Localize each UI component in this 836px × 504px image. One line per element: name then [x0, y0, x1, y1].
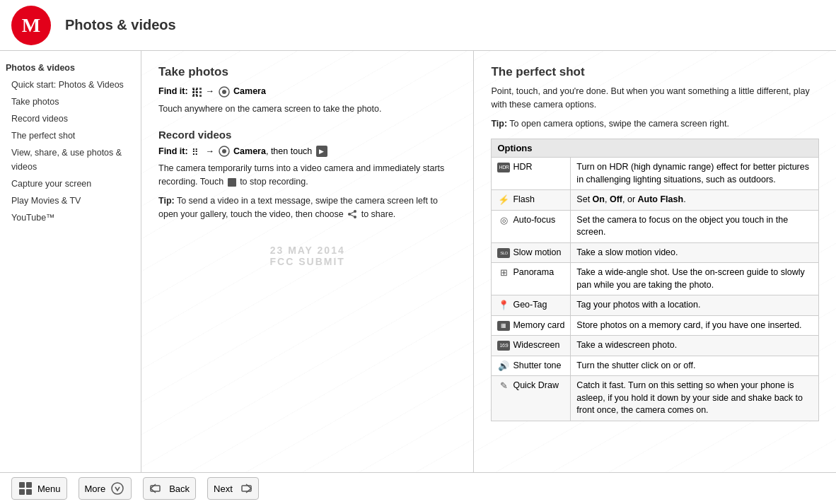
option-name-memorycard: ▦ Memory card [492, 315, 571, 336]
slowmotion-icon: SLO [497, 248, 510, 258]
take-photos-findit: Find it: ⠿ → Camera [158, 85, 456, 98]
hdr-icon: HDR [497, 163, 510, 172]
options-header: Options [492, 139, 819, 158]
camera-label-1: Camera [233, 86, 266, 96]
panorama-label: Panorama [513, 266, 554, 279]
svg-line-7 [349, 211, 355, 214]
table-row: ⚡ Flash Set On, Off, or Auto Flash. [492, 190, 819, 211]
motorola-logo: M [11, 6, 51, 45]
back-label: Back [169, 484, 190, 494]
watermark-fcc: FCC SUBMIT [270, 256, 345, 267]
option-name-shuttertone: 🔊 Shutter tone [492, 356, 571, 376]
share-icon [347, 209, 357, 219]
option-name-geotag: 📍 Geo-Tag [492, 295, 571, 316]
svg-rect-9 [19, 482, 25, 488]
option-name-autofocus: ◎ Auto-focus [492, 210, 571, 242]
perfect-shot-tip: Tip: To open camera options, swipe the c… [491, 117, 819, 131]
video-icon: ▶ [316, 146, 327, 157]
take-photos-body: Touch anywhere on the camera screen to t… [158, 102, 456, 116]
find-it-label-2: Find it: [158, 146, 188, 156]
sidebar-item-photos-videos[interactable]: Photos & videos [0, 59, 141, 76]
shuttertone-label: Shutter tone [513, 360, 561, 373]
geotag-icon: 📍 [497, 300, 510, 310]
widescreen-label: Widescreen [513, 339, 559, 352]
sidebar-item-play-movies[interactable]: Play Movies & TV [0, 192, 141, 209]
quickdraw-label: Quick Draw [513, 380, 559, 392]
option-name-slowmotion: SLO Slow motion [492, 242, 571, 263]
menu-button[interactable]: Menu [11, 477, 67, 500]
option-name-widescreen: 16:9 Widescreen [492, 336, 571, 356]
option-name-quickdraw: ✎ Quick Draw [492, 376, 571, 421]
left-pane: Take photos Find it: ⠿ → Camera Touch an… [141, 51, 474, 472]
sidebar-item-record-videos[interactable]: Record videos [0, 110, 141, 127]
table-row: HDR HDR Turn on HDR (high dynamic range)… [492, 158, 819, 190]
quickdraw-description: Catch it fast. Turn on this setting so w… [571, 376, 819, 421]
table-row: SLO Slow motion Take a slow motion video… [492, 242, 819, 263]
sidebar-item-take-photos[interactable]: Take photos [0, 93, 141, 110]
menu-icon [18, 481, 33, 496]
more-button[interactable]: More [79, 477, 132, 500]
record-videos-body: The camera temporarily turns into a vide… [158, 162, 456, 189]
slowmotion-label: Slow motion [513, 247, 561, 259]
widescreen-description: Take a widescreen photo. [571, 336, 819, 356]
perfect-shot-heading: The perfect shot [491, 65, 819, 79]
sidebar-item-youtube[interactable]: YouTube™ [0, 209, 141, 226]
record-videos-tip: Tip: To send a video in a text message, … [158, 194, 456, 221]
svg-line-8 [349, 214, 355, 217]
content-area: Take photos Find it: ⠿ → Camera Touch an… [141, 51, 836, 472]
svg-rect-14 [151, 486, 160, 491]
back-icon [149, 481, 165, 496]
memorycard-label: Memory card [513, 320, 564, 332]
watermark-date: 23 MAY 2014 [270, 245, 345, 256]
more-icon [110, 481, 125, 496]
table-row: 🔊 Shutter tone Turn the shutter click on… [492, 356, 819, 376]
memorycard-icon: ▦ [497, 321, 510, 331]
svg-point-1 [222, 90, 226, 94]
stop-icon [228, 178, 236, 187]
page-title: Photos & videos [65, 17, 176, 33]
camera-icon-1 [219, 86, 230, 98]
find-it-label: Find it: [158, 86, 188, 96]
sidebar-item-view-share[interactable]: View, share, & use photos & videos [0, 144, 141, 175]
more-label: More [85, 484, 106, 494]
record-videos-findit: Find it: ⠿ → Camera, then touch ▶ [158, 145, 456, 158]
svg-rect-12 [26, 489, 32, 495]
perfect-shot-intro: Point, touch, and you're done. But when … [491, 85, 819, 112]
table-row: ✎ Quick Draw Catch it fast. Turn on this… [492, 376, 819, 421]
logo-letter: M [22, 14, 40, 37]
sidebar-item-quickstart[interactable]: Quick start: Photos & Videos [0, 76, 141, 93]
record-videos-heading: Record videos [158, 129, 456, 141]
flash-icon: ⚡ [497, 195, 510, 205]
header: M Photos & videos [0, 0, 836, 51]
svg-rect-11 [19, 489, 25, 495]
table-row: ◎ Auto-focus Set the camera to focus on … [492, 210, 819, 242]
option-name-flash: ⚡ Flash [492, 190, 571, 211]
panorama-icon: ⊞ [497, 268, 510, 278]
autofocus-label: Auto-focus [513, 214, 555, 227]
autofocus-icon: ◎ [497, 216, 510, 225]
next-label: Next [214, 484, 233, 494]
flash-description: Set On, Off, or Auto Flash. [571, 190, 819, 211]
autofocus-description: Set the camera to focus on the object yo… [571, 210, 819, 242]
back-button[interactable]: Back [143, 477, 196, 500]
panorama-description: Take a wide-angle shot. Use the on-scree… [571, 263, 819, 295]
sidebar-item-capture-screen[interactable]: Capture your screen [0, 175, 141, 192]
hdr-label: HDR [513, 161, 532, 174]
footer: Menu More Back Next [0, 472, 836, 504]
geotag-description: Tag your photos with a location. [571, 295, 819, 316]
tip-label-1: Tip: [158, 196, 175, 206]
option-name-hdr: HDR HDR [492, 158, 571, 190]
perfect-shot-tip-text: To open camera options, swipe the camera… [509, 119, 729, 129]
shuttertone-icon: 🔊 [497, 361, 510, 371]
options-table: Options HDR HDR Turn on H [491, 139, 819, 421]
apps-icon-1: ⠿ [192, 87, 202, 97]
geotag-label: Geo-Tag [513, 299, 547, 312]
take-photos-heading: Take photos [158, 65, 456, 79]
table-row: ▦ Memory card Store photos on a memory c… [492, 315, 819, 336]
table-row: 📍 Geo-Tag Tag your photos with a locatio… [492, 295, 819, 316]
next-button[interactable]: Next [207, 477, 259, 500]
tip-label-2: Tip: [491, 119, 507, 129]
sidebar-item-perfect-shot[interactable]: The perfect shot [0, 127, 141, 144]
widescreen-icon: 16:9 [497, 341, 510, 351]
svg-point-13 [112, 483, 123, 494]
